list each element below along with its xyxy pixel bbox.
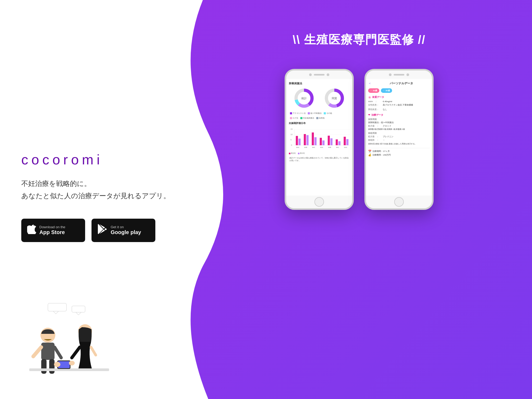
treatment-period-row: 📅 治療期間：17ヶ月 — [368, 150, 430, 153]
svg-rect-48 — [328, 136, 330, 145]
svg-text:4AA: 4AA — [320, 147, 323, 148]
svg-marker-3 — [76, 312, 81, 315]
svg-point-16 — [54, 362, 60, 367]
screen2-content: ＜ パーソナルデータ ♀ 30歳 ♂ 30歳 — [366, 79, 432, 159]
phone-top-bar-1 — [286, 70, 352, 79]
amh-row: AMH ： 6.40ng/ml — [368, 100, 430, 103]
female-age-badge: ♀ 30歳 — [368, 88, 379, 93]
svg-text:15: 15 — [290, 128, 293, 130]
svg-text:3AC: 3AC — [312, 147, 315, 148]
svg-line-7 — [55, 347, 61, 358]
screen1-content: 卵巣刺激法 統計 — [286, 79, 352, 165]
svg-text:4AB: 4AB — [328, 147, 331, 148]
svg-text:3AA: 3AA — [296, 147, 299, 148]
home-button-2[interactable] — [394, 197, 404, 207]
svg-text:同質: 同質 — [332, 97, 337, 100]
calendar-icon: 📅 — [368, 150, 371, 153]
svg-line-12 — [91, 347, 96, 355]
phone-camera-2 — [389, 73, 392, 76]
transfer-note: 採卵2回,移植 3回で妊娠,最後に妊娠した周期を表示する。 — [368, 143, 430, 145]
screen1-title: 卵巣刺激法 — [289, 82, 350, 85]
googleplay-text: Get it on Google play — [111, 225, 141, 235]
treatment-cost-row: 💰 治療費用：150万円 — [368, 153, 430, 156]
svg-text:4AC: 4AC — [336, 147, 339, 148]
male-disease-row: 男性疾患： なし — [368, 108, 430, 111]
treatment-data-header: ❤ 治療データ — [368, 113, 430, 117]
svg-rect-46 — [322, 140, 325, 145]
bar-chart-title: 妊娠期評価分布 — [289, 122, 350, 125]
svg-rect-36 — [296, 136, 298, 145]
svg-rect-55 — [346, 139, 348, 145]
phone-camera-2b — [406, 73, 409, 76]
phone-bottom-1 — [286, 196, 352, 208]
phone-speaker-2 — [394, 74, 404, 76]
male-age-badge: ♂ 30歳 — [381, 88, 392, 93]
svg-rect-51 — [336, 139, 338, 145]
transfer-count-row: 移植胚 ： － — [368, 139, 430, 142]
svg-text:統計: 統計 — [301, 97, 307, 100]
body-data-header: 🌸 体質データ — [368, 95, 430, 99]
female-disease-row: 女性疾患： 高プロラクチン血症,下垂体腫瘍 — [368, 103, 430, 106]
right-content: \\ 生殖医療専門医監修 // 卵巣刺激法 — [186, 0, 532, 210]
svg-marker-1 — [53, 311, 59, 314]
svg-rect-8 — [41, 359, 47, 374]
svg-rect-2 — [72, 306, 85, 312]
svg-text:5: 5 — [290, 139, 292, 141]
svg-text:0: 0 — [291, 144, 292, 146]
coin-icon: 💰 — [368, 153, 371, 156]
svg-rect-52 — [338, 141, 340, 145]
svg-rect-54 — [344, 137, 346, 145]
appstore-text: Download on the App Store — [39, 225, 65, 235]
stimulation-value: 採卵刺激法：低〜中刺激法 — [368, 121, 430, 124]
screen2-header: ＜ パーソナルデータ — [368, 81, 430, 86]
donut-row: 統計 同質 — [289, 88, 350, 109]
svg-text:5AA: 5AA — [344, 147, 347, 148]
appstore-button[interactable]: Download on the App Store — [21, 219, 85, 242]
svg-rect-5 — [41, 343, 55, 360]
screen2-title: パーソナルデータ — [373, 81, 430, 85]
screen1-footer: 統計データは3ACが最も移植されていて、3ABが最も重示している割合が高いです。 — [289, 157, 350, 162]
bar-legend: 重活性 重示性 — [289, 152, 350, 155]
phone-speaker-1 — [314, 74, 325, 76]
donut2: 同質 — [324, 88, 345, 109]
supervised-label: \\ 生殖医療専門医監修 // — [293, 32, 425, 48]
svg-line-6 — [33, 347, 41, 356]
phone-mockup-2: ＜ パーソナルデータ ♀ 30歳 ♂ 30歳 — [364, 69, 434, 210]
tagline: 不妊治療を戦略的に。 あなたと似た人の治療データが見れるアプリ。 — [21, 178, 170, 202]
transfer-medicine-row: 処方薬 ： プレドニン — [368, 135, 430, 138]
phone-screen-2: ＜ パーソナルデータ ♀ 30歳 ♂ 30歳 — [366, 79, 432, 196]
googleplay-button[interactable]: Get it on Google play — [92, 219, 155, 242]
home-button-1[interactable] — [314, 197, 324, 207]
back-arrow[interactable]: ＜ — [368, 81, 371, 86]
svg-point-17 — [69, 361, 75, 365]
stimulation-label: 採卵周期 — [368, 118, 430, 121]
illustration — [0, 301, 133, 386]
svg-rect-42 — [312, 132, 314, 145]
svg-rect-43 — [314, 137, 317, 145]
googleplay-icon — [97, 224, 107, 236]
phone-camera-1b — [327, 73, 329, 76]
svg-text:10: 10 — [290, 134, 293, 135]
prescription-row: 処方薬 ： クロミド — [368, 124, 430, 127]
svg-rect-45 — [320, 138, 322, 145]
svg-rect-0 — [48, 303, 66, 311]
phone-mockup-1: 卵巣刺激法 統計 — [285, 69, 354, 210]
svg-rect-37 — [298, 139, 301, 145]
phone-top-bar-2 — [366, 70, 432, 79]
svg-line-11 — [72, 347, 80, 358]
phone-camera-1 — [309, 73, 312, 76]
left-panel: cocoromi 不妊治療を戦略的に。 あなたと似た人の治療データが見れるアプリ… — [0, 0, 186, 399]
app-logo: cocoromi — [21, 152, 170, 168]
apple-icon — [27, 224, 36, 236]
eggs-info: 採卵数2個,受精卵 2個,初期胚 -個,胚盤胞 1個 — [368, 128, 430, 131]
phone-bottom-2 — [366, 196, 432, 208]
svg-rect-40 — [306, 135, 309, 145]
phone-screen-1: 卵巣刺激法 統計 — [286, 79, 352, 196]
svg-text:3AB: 3AB — [304, 147, 307, 148]
bottom-info: 📅 治療期間：17ヶ月 💰 治療費用：150万円 — [368, 148, 430, 156]
age-badges: ♀ 30歳 ♂ 30歳 — [368, 88, 430, 93]
svg-rect-49 — [330, 138, 332, 145]
transfer-label: 移植周期 — [368, 132, 430, 135]
svg-rect-39 — [304, 134, 306, 145]
svg-rect-9 — [49, 359, 55, 374]
